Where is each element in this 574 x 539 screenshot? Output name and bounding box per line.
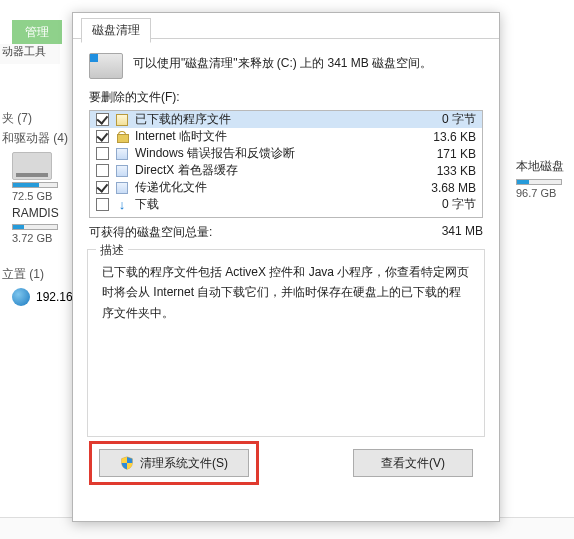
generic-icon bbox=[115, 147, 129, 161]
list-item[interactable]: 已下载的程序文件0 字节 bbox=[90, 111, 482, 128]
globe-icon bbox=[12, 288, 30, 306]
checkbox[interactable] bbox=[96, 181, 109, 194]
tab-disk-cleanup[interactable]: 磁盘清理 bbox=[81, 18, 151, 43]
drive-size: 72.5 GB bbox=[12, 190, 58, 202]
disk-cleanup-dialog: 磁盘清理 可以使用"磁盘清理"来释放 (C:) 上的 341 MB 磁盘空间。 … bbox=[72, 12, 500, 522]
summary-row: 可获得的磁盘空间总量: 341 MB bbox=[73, 218, 499, 243]
drive-name: 本地磁盘 bbox=[516, 158, 574, 175]
view-files-button[interactable]: 查看文件(V) bbox=[353, 449, 473, 477]
list-item[interactable]: 传递优化文件3.68 MB bbox=[90, 179, 482, 196]
shield-icon bbox=[120, 456, 134, 470]
download-icon: ↓ bbox=[115, 198, 129, 212]
item-size: 3.68 MB bbox=[431, 181, 476, 195]
description-group: 描述 已下载的程序文件包括 ActiveX 控件和 Java 小程序，你查看特定… bbox=[87, 249, 485, 437]
generic-icon bbox=[115, 181, 129, 195]
clean-system-files-button[interactable]: 清理系统文件(S) bbox=[99, 449, 249, 477]
usage-bar bbox=[516, 179, 562, 185]
view-files-label: 查看文件(V) bbox=[381, 455, 445, 472]
file-icon bbox=[115, 113, 129, 127]
item-size: 0 字节 bbox=[442, 196, 476, 213]
drive-size: 96.7 GB bbox=[516, 187, 574, 199]
view-files-wrap: 查看文件(V) bbox=[353, 449, 473, 477]
ribbon-tab-manage[interactable]: 管理 bbox=[12, 20, 62, 44]
item-name: Internet 临时文件 bbox=[135, 128, 433, 145]
drive-icon bbox=[12, 152, 52, 180]
usage-bar bbox=[12, 182, 58, 188]
summary-label: 可获得的磁盘空间总量: bbox=[89, 224, 442, 241]
drive-item-ramdisk[interactable]: 3.72 GB bbox=[12, 222, 58, 244]
item-size: 0 字节 bbox=[442, 111, 476, 128]
item-name: 传递优化文件 bbox=[135, 179, 431, 196]
drives-header: 和驱动器 (4) bbox=[2, 130, 68, 147]
checkbox[interactable] bbox=[96, 113, 109, 126]
item-name: DirectX 着色器缓存 bbox=[135, 162, 437, 179]
checkbox[interactable] bbox=[96, 164, 109, 177]
item-name: 已下载的程序文件 bbox=[135, 111, 442, 128]
drive-item-c[interactable]: 72.5 GB bbox=[12, 152, 58, 202]
item-name: Windows 错误报告和反馈诊断 bbox=[135, 145, 437, 162]
list-item[interactable]: ↓下载0 字节 bbox=[90, 196, 482, 213]
drive-icon bbox=[89, 53, 123, 79]
checkbox[interactable] bbox=[96, 198, 109, 211]
drive-item-right[interactable]: 本地磁盘 96.7 GB bbox=[516, 158, 574, 199]
files-listbox[interactable]: 已下载的程序文件0 字节Internet 临时文件13.6 KBWindows … bbox=[89, 110, 483, 218]
item-name: 下载 bbox=[135, 196, 442, 213]
checkbox[interactable] bbox=[96, 147, 109, 160]
description-text: 已下载的程序文件包括 ActiveX 控件和 Java 小程序，你查看特定网页时… bbox=[102, 262, 470, 323]
item-size: 171 KB bbox=[437, 147, 476, 161]
button-row: 清理系统文件(S) 查看文件(V) bbox=[73, 437, 499, 477]
intro-row: 可以使用"磁盘清理"来释放 (C:) 上的 341 MB 磁盘空间。 bbox=[73, 39, 499, 83]
clean-system-files-label: 清理系统文件(S) bbox=[140, 455, 228, 472]
intro-text: 可以使用"磁盘清理"来释放 (C:) 上的 341 MB 磁盘空间。 bbox=[133, 51, 432, 72]
description-title: 描述 bbox=[96, 242, 128, 259]
list-item[interactable]: DirectX 着色器缓存133 KB bbox=[90, 162, 482, 179]
usage-bar bbox=[12, 224, 58, 230]
list-item[interactable]: Windows 错误报告和反馈诊断171 KB bbox=[90, 145, 482, 162]
locations-header: 立置 (1) bbox=[2, 266, 44, 283]
drive-size: 3.72 GB bbox=[12, 232, 58, 244]
folders-header: 夹 (7) bbox=[2, 110, 32, 127]
checkbox[interactable] bbox=[96, 130, 109, 143]
item-size: 13.6 KB bbox=[433, 130, 476, 144]
drive-name-ramdisk[interactable]: RAMDIS bbox=[12, 206, 59, 220]
files-to-delete-label: 要删除的文件(F): bbox=[73, 83, 499, 110]
tabstrip: 磁盘清理 bbox=[73, 13, 499, 39]
ribbon-subtext: 动器工具 bbox=[0, 44, 60, 64]
lock-icon bbox=[115, 130, 129, 144]
generic-icon bbox=[115, 164, 129, 178]
network-location[interactable]: 192.168 bbox=[12, 288, 79, 306]
summary-value: 341 MB bbox=[442, 224, 483, 241]
item-size: 133 KB bbox=[437, 164, 476, 178]
list-item[interactable]: Internet 临时文件13.6 KB bbox=[90, 128, 482, 145]
highlight-box: 清理系统文件(S) bbox=[99, 449, 249, 477]
